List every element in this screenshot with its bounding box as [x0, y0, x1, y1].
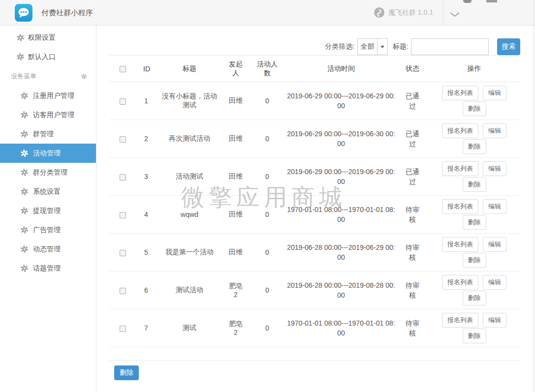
sidebar-item-group-category-management[interactable]: 群分类管理 [0, 163, 96, 182]
cell-count: 0 [249, 82, 285, 120]
filter-bar: 分类筛选: 全部 标题: 搜索 [109, 38, 520, 55]
sidebar-item-label: 访客用户管理 [33, 111, 74, 120]
sidebar-item-label: 群管理 [33, 130, 54, 139]
sidebar-item-label: 系统设置 [33, 187, 61, 196]
sidebar-item-label: 注册用户管理 [33, 91, 74, 100]
sidebar-item-withdrawal-management[interactable]: 提现管理 [0, 201, 96, 220]
col-header-id: ID [136, 56, 157, 82]
col-header-time: 活动时间 [285, 56, 397, 82]
row-checkbox[interactable] [120, 250, 126, 256]
row-checkbox[interactable] [120, 98, 126, 105]
edit-button[interactable]: 编辑 [483, 161, 506, 176]
sidebar-item-registered-user-management[interactable]: 注册用户管理 [0, 86, 96, 105]
cell-id: 1 [136, 82, 157, 120]
cell-time: 2019-06-29 00:00---2019-06-29 00:00 [285, 158, 397, 196]
cell-id: 4 [136, 196, 157, 234]
cell-id: 2 [136, 120, 157, 158]
delete-button[interactable]: 删除 [463, 139, 486, 154]
cell-actions: 报名列表编辑删除 [428, 271, 520, 309]
row-checkbox[interactable] [120, 326, 126, 332]
cell-count: 0 [249, 234, 285, 271]
edit-button[interactable]: 编辑 [483, 123, 506, 138]
cell-count: 0 [249, 271, 285, 309]
cell-count: 0 [249, 158, 285, 196]
gear-icon [20, 245, 29, 253]
cell-title: 活动测试 [157, 158, 222, 196]
sidebar-item-label: 活动管理 [33, 149, 61, 158]
sidebar-item-topic-management[interactable]: 话题管理 [0, 259, 96, 278]
sidebar-item-default-entry[interactable]: 默认入口 [0, 47, 96, 66]
row-checkbox[interactable] [120, 212, 126, 218]
miniprogram-icon [374, 7, 384, 18]
select-all-checkbox[interactable] [120, 66, 126, 72]
cell-initiator: 肥皂2 [222, 271, 249, 309]
app-logo-icon [15, 4, 32, 22]
sidebar-item-permission-settings[interactable]: 权限设置 [0, 28, 96, 47]
sidebar-item-activity-management[interactable]: 活动管理 [0, 144, 96, 163]
cell-time: 1970-01-01 08:00---1970-01-01 08:00 [285, 309, 397, 347]
chevron-down-icon[interactable] [449, 10, 460, 19]
signup-list-button[interactable]: 报名列表 [442, 123, 478, 138]
cell-status: 已通过 [397, 158, 428, 196]
table-row: 3活动测试田维02019-06-29 00:00---2019-06-29 00… [109, 158, 520, 196]
cell-count: 0 [249, 120, 285, 158]
signup-list-button[interactable]: 报名列表 [442, 313, 478, 328]
row-checkbox[interactable] [120, 174, 126, 181]
title-filter-label: 标题: [393, 42, 409, 51]
gear-icon [20, 226, 29, 234]
category-select[interactable]: 全部 [357, 38, 388, 55]
edit-button[interactable]: 编辑 [483, 199, 506, 214]
col-header-initiator: 发起人 [222, 56, 249, 82]
activity-table-panel: ID 标题 发起人 活动人数 活动时间 状态 操作 1没有小标题，活动测试田维0… [109, 55, 520, 361]
sidebar-item-system-settings[interactable]: 系统设置 [0, 182, 96, 201]
sidebar-item-label: 默认入口 [28, 53, 56, 61]
delete-button[interactable]: 删除 [463, 177, 486, 192]
col-header-status: 状态 [397, 56, 428, 82]
table-row: 4wqwd田维01970-01-01 08:00---1970-01-01 08… [109, 196, 520, 234]
table-header-row: ID 标题 发起人 活动人数 活动时间 状态 操作 [109, 56, 520, 82]
search-button[interactable]: 搜索 [497, 38, 520, 55]
cell-initiator: 田维 [222, 196, 249, 234]
signup-list-button[interactable]: 报名列表 [442, 199, 478, 214]
edit-button[interactable]: 编辑 [483, 313, 506, 328]
gear-icon [20, 111, 29, 119]
cell-title: 再次测试活动 [157, 120, 222, 158]
sidebar-section-label: 业务菜单 [11, 72, 36, 81]
page-right-border [534, 0, 534, 392]
col-header-count: 活动人数 [249, 56, 285, 82]
cell-time: 2019-06-29 00:00---2019-06-30 00:00 [285, 120, 397, 158]
delete-button[interactable]: 删除 [463, 291, 486, 305]
edit-button[interactable]: 编辑 [483, 275, 506, 290]
cropped-tab-fragment [486, 0, 497, 2]
cell-status: 已通过 [397, 82, 428, 120]
sidebar-item-label: 广告管理 [33, 226, 61, 235]
delete-button[interactable]: 删除 [463, 329, 486, 343]
gear-icon [20, 264, 29, 272]
signup-list-button[interactable]: 报名列表 [442, 237, 478, 252]
cell-actions: 报名列表编辑删除 [428, 82, 520, 120]
signup-list-button[interactable]: 报名列表 [442, 161, 478, 176]
edit-button[interactable]: 编辑 [483, 86, 506, 100]
bulk-delete-button[interactable]: 删除 [114, 365, 139, 380]
sidebar-item-group-management[interactable]: 群管理 [0, 124, 96, 144]
sidebar-item-visitor-user-management[interactable]: 访客用户管理 [0, 105, 96, 124]
delete-button[interactable]: 删除 [463, 215, 486, 230]
gear-icon[interactable] [81, 73, 87, 80]
cell-title: wqwd [157, 196, 222, 234]
signup-list-button[interactable]: 报名列表 [442, 275, 478, 290]
gear-icon [20, 130, 29, 138]
sidebar-item-dynamic-management[interactable]: 动态管理 [0, 240, 96, 259]
cropped-icon-fragment [463, 0, 472, 3]
title-input[interactable] [411, 38, 489, 55]
sidebar-item-label: 群分类管理 [33, 168, 67, 177]
delete-button[interactable]: 删除 [463, 101, 486, 116]
delete-button[interactable]: 删除 [463, 253, 486, 268]
cell-time: 2019-06-28 00:00---2019-08-28 00:00 [285, 271, 397, 309]
row-checkbox[interactable] [120, 136, 126, 143]
signup-list-button[interactable]: 报名列表 [442, 86, 478, 100]
category-select-value: 全部 [358, 42, 377, 51]
main-content: 分类筛选: 全部 标题: 搜索 ID 标题 发起人 活动人数 活动时间 [97, 26, 534, 392]
row-checkbox[interactable] [120, 288, 126, 294]
sidebar-item-ad-management[interactable]: 广告管理 [0, 220, 96, 240]
edit-button[interactable]: 编辑 [483, 237, 506, 252]
